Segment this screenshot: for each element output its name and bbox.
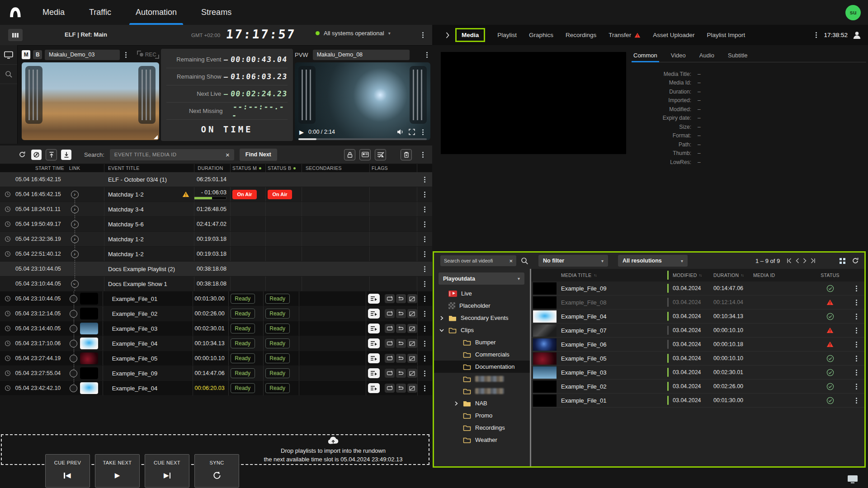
media-row[interactable]: Example_File_08 03.04.2024 00:12:14.04: [531, 296, 864, 310]
tree-item[interactable]: Secondary Events: [434, 312, 530, 324]
rundown-row[interactable]: 05.04 19:50:49.17 Matchday 5-6 02:41:47.…: [0, 217, 432, 232]
no-graphics-icon[interactable]: [407, 294, 417, 303]
rundown-row[interactable]: 05.04 23:17:10.06 Example_File_04 00:10:…: [0, 336, 432, 351]
media-row[interactable]: Example_File_04 03.04.2024 00:10:34.13: [531, 310, 864, 324]
row-menu-button[interactable]: [417, 187, 432, 202]
row-menu-button[interactable]: [848, 400, 864, 401]
link-circle-icon[interactable]: [71, 280, 79, 288]
rundown-row[interactable]: 05.04 23:14:40.05 Example_File_03 00:02:…: [0, 321, 432, 336]
rundown-row[interactable]: 05.04 23:10:44.05 Docs Example Show 1 00…: [0, 277, 432, 291]
panel-menu-button[interactable]: [813, 31, 819, 40]
row-menu-button[interactable]: [417, 366, 433, 380]
transport-button[interactable]: CUE PREV ◀: [45, 454, 90, 488]
details-tab[interactable]: Common: [633, 52, 657, 59]
tree-item[interactable]: Documentation: [434, 361, 530, 373]
no-graphics-icon[interactable]: [407, 354, 417, 363]
row-menu-button[interactable]: [848, 358, 864, 359]
no-graphics-icon[interactable]: [407, 384, 417, 393]
pgm-video[interactable]: [22, 62, 159, 140]
no-graphics-icon[interactable]: [407, 309, 417, 318]
tree-item[interactable]: Bumper: [434, 336, 530, 348]
tree-item[interactable]: Weather: [434, 434, 530, 446]
loop-icon[interactable]: [385, 294, 395, 303]
link-cell[interactable]: [68, 232, 81, 246]
link-circle-icon[interactable]: [71, 250, 79, 258]
link-circle-icon[interactable]: [71, 206, 79, 213]
loop-icon[interactable]: [385, 354, 395, 363]
transition-icon[interactable]: [396, 354, 406, 363]
scroll-to-top-icon[interactable]: [46, 149, 57, 160]
row-menu-button[interactable]: [417, 232, 432, 246]
tree-item[interactable]: Live: [434, 287, 530, 300]
secondary-events-icon[interactable]: [368, 338, 380, 348]
right-panel-tab[interactable]: Asset Uploader: [653, 32, 694, 38]
storage-dropdown[interactable]: Playoutdata ▾: [439, 272, 524, 285]
multiviewer-icon[interactable]: [847, 475, 858, 485]
link-circle-icon[interactable]: [71, 221, 79, 228]
player-menu-button[interactable]: [420, 127, 426, 136]
media-id-card-icon[interactable]: [359, 149, 371, 160]
next-page-icon[interactable]: [802, 258, 807, 263]
link-cell[interactable]: [67, 321, 80, 336]
rundown-row[interactable]: 05.04 16:45:42.15 ELF - October 03/4 (1)…: [0, 172, 432, 187]
secondary-events-icon[interactable]: [368, 324, 380, 333]
link-cell[interactable]: [68, 187, 81, 202]
loop-icon[interactable]: [385, 369, 395, 378]
loop-icon[interactable]: [385, 384, 395, 393]
top-nav-tab[interactable]: Streams: [201, 0, 231, 25]
row-menu-button[interactable]: [417, 381, 433, 395]
secondary-events-icon[interactable]: [368, 353, 380, 363]
secondary-events-icon[interactable]: [368, 383, 380, 393]
rundown-row[interactable]: 05.04 18:24:01.11 Matchday 3-4 01:26:48.…: [0, 202, 432, 217]
play-button[interactable]: ▶: [299, 129, 304, 136]
link-circle-icon[interactable]: [70, 370, 77, 377]
right-panel-tab[interactable]: Playlist Import: [707, 32, 745, 38]
media-row[interactable]: Example_File_05 03.04.2024 00:00:10.10: [531, 352, 864, 366]
row-menu-button[interactable]: [417, 351, 433, 366]
app-logo-icon[interactable]: [6, 4, 24, 22]
transport-button[interactable]: SYNC: [194, 454, 239, 488]
col-modified[interactable]: MODIFIED↑↓: [673, 272, 713, 278]
player-progress-bar[interactable]: [298, 138, 427, 140]
col-link[interactable]: LINK: [68, 165, 81, 171]
collapse-panel-icon[interactable]: [446, 32, 449, 38]
media-row[interactable]: Example_File_02 03.04.2024 00:02:26.00: [531, 380, 864, 394]
no-graphics-icon[interactable]: [407, 339, 417, 348]
row-menu-button[interactable]: [417, 291, 433, 306]
pvw-clip-title-field[interactable]: Makalu_Demo_08: [313, 50, 410, 60]
volume-icon[interactable]: [397, 129, 404, 135]
details-tab[interactable]: Subtitle: [728, 52, 747, 59]
loop-icon[interactable]: [385, 309, 395, 318]
grid-view-icon[interactable]: [840, 258, 845, 264]
loop-icon[interactable]: [385, 339, 395, 348]
right-panel-tab[interactable]: Transfer: [609, 32, 641, 38]
transition-icon[interactable]: [396, 369, 406, 378]
row-menu-button[interactable]: [848, 386, 864, 387]
link-circle-icon[interactable]: [71, 235, 79, 243]
resolution-dropdown[interactable]: All resolutions ▾: [618, 255, 688, 267]
link-cell[interactable]: [67, 291, 80, 306]
transition-icon[interactable]: [396, 339, 406, 348]
link-cell[interactable]: [68, 202, 81, 216]
details-tab[interactable]: Video: [671, 52, 686, 59]
header-menu-button[interactable]: [418, 30, 427, 39]
layout-columns-button[interactable]: [8, 29, 23, 41]
row-menu-button[interactable]: [417, 336, 433, 351]
media-row[interactable]: Example_File_07 03.04.2024 00:00:10.10: [531, 324, 864, 338]
resize-handle[interactable]: [154, 135, 158, 139]
col-status[interactable]: STATUS: [812, 272, 848, 278]
no-autoscroll-icon[interactable]: [31, 150, 42, 160]
tree-item[interactable]: Clips: [434, 324, 530, 336]
rundown-row[interactable]: 05.04 23:10:44.05 Example_File_01 00:01:…: [0, 291, 432, 306]
main-channel-badge[interactable]: M: [22, 50, 30, 59]
link-circle-icon[interactable]: [70, 310, 77, 318]
scroll-to-current-icon[interactable]: [61, 150, 71, 160]
link-cell[interactable]: [68, 172, 81, 187]
link-cell[interactable]: [67, 366, 80, 380]
tree-item[interactable]: NAB: [434, 397, 530, 409]
media-row[interactable]: Example_File_06 03.04.2024 00:00:10.18: [531, 338, 864, 352]
link-circle-icon[interactable]: [70, 325, 77, 333]
sort-icon[interactable]: ↑↓: [699, 273, 702, 277]
row-menu-button[interactable]: [417, 321, 433, 336]
search-icon[interactable]: [521, 257, 528, 265]
